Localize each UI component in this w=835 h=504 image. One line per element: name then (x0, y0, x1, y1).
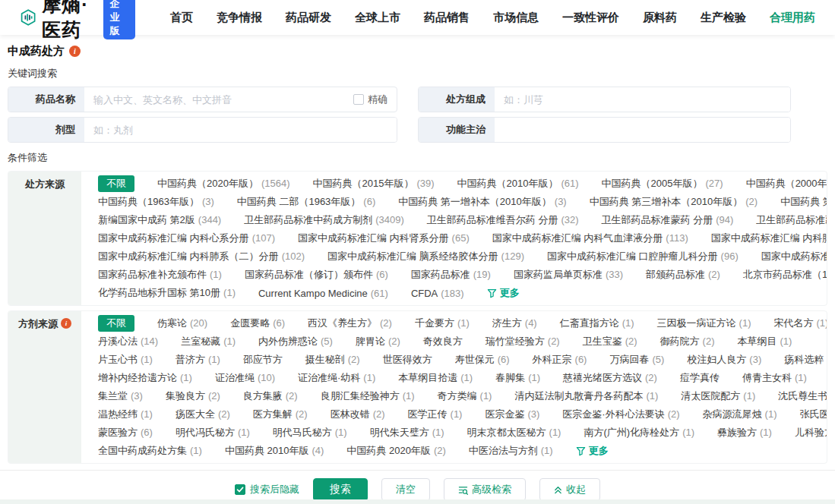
filter-tag[interactable]: 奇方类编(1) (438, 389, 492, 403)
app-logo[interactable]: 摩熵·医药 企业版 (20, 0, 135, 43)
search-button[interactable]: 搜索 (313, 478, 368, 501)
collapse-button[interactable]: 收起 (539, 478, 600, 501)
filter-tag[interactable]: 清内廷法制丸散膏丹各药配本(1) (514, 389, 658, 403)
filter-tag[interactable]: 本草纲目拾遗(1) (398, 371, 473, 385)
filter-tag[interactable]: 明末京都太医秘方(1) (467, 426, 561, 439)
filter-tag[interactable]: 良方集腋(2) (243, 389, 298, 403)
filter-tag[interactable]: 外科正宗(6) (533, 353, 587, 367)
filter-tag[interactable]: 卫生部药品标准维吾尔药 分册(32) (427, 213, 579, 227)
filter-tag[interactable]: 卫生部药品标准中药成方制剂(3409) (244, 213, 404, 227)
filter-tag[interactable]: 摄生秘剖(2) (305, 353, 360, 367)
filter-tag[interactable]: 本草纲目(1) (737, 335, 792, 348)
filter-tag[interactable]: 中国药典 二部（1963年版）(6) (237, 195, 375, 209)
filter-tag[interactable]: 国家中成药标准汇编 内科肺系（二）分册(102) (98, 250, 305, 263)
filter-tag[interactable]: 伤寒论(20) (157, 317, 207, 330)
nav-item-7[interactable]: 一致性评价 (562, 11, 619, 25)
filter-tag[interactable]: 国家药品标准（修订）颁布件(6) (245, 268, 388, 282)
filter-tag[interactable]: Current Kampo Medicine(61) (258, 288, 388, 299)
filter-tag[interactable]: 国家中成药标准汇编 内科气血津液分册(113) (492, 232, 688, 245)
filter-tag[interactable]: 三因极一病证方论(1) (657, 317, 751, 330)
nav-item-9[interactable]: 生产检验 (701, 11, 746, 25)
filter-tag[interactable]: 证治准绳(10) (215, 371, 275, 385)
filter-tag[interactable]: 国家中成药标准汇编 内科心系分册(107) (98, 232, 275, 245)
filter-tag[interactable]: 医宗金鉴·外科心法要诀(2) (562, 408, 679, 421)
filter-tag[interactable]: 集兰堂(3) (98, 389, 143, 403)
filter-tag[interactable]: 彝族验方(1) (717, 426, 772, 439)
filter-tag[interactable]: 万病回春(5) (609, 353, 664, 367)
filter-tag[interactable]: 中国药典（2015年版）(39) (313, 177, 435, 191)
nav-item-10[interactable]: 合理用药 (770, 11, 815, 25)
filter-tag[interactable]: 疡医大全(2) (176, 408, 230, 421)
nav-item-1[interactable]: 首页 (170, 11, 193, 25)
filter-tag[interactable]: 中国药典（2010年版）(61) (457, 177, 579, 191)
filter-tag[interactable]: 中医治法与方剂(1) (469, 444, 553, 458)
filter-tag[interactable]: 南方(广州)化痔栓处方(1) (584, 426, 694, 439)
filter-tag[interactable]: 新编国家中成药 第2版(344) (98, 213, 221, 227)
filter-tag[interactable]: 温热经纬(1) (98, 408, 153, 421)
filter-tag[interactable]: 慈禧光绪医方选议(2) (563, 371, 657, 385)
filter-tag[interactable]: 济生方(4) (492, 317, 537, 330)
filter-tag[interactable]: 仁斋直指方论(1) (560, 317, 634, 330)
nav-item-6[interactable]: 市场信息 (493, 11, 539, 25)
filter-tag[interactable]: 金匮要略(6) (230, 317, 285, 330)
filter-tag[interactable]: 中国药典 第一增补本（2010年版）(3) (398, 195, 566, 209)
filter-tag[interactable]: 中国药典（2005年版）(27) (602, 177, 723, 191)
nav-item-5[interactable]: 药品销售 (424, 11, 470, 25)
filter-tag[interactable]: 兰室秘藏(1) (181, 335, 236, 348)
exact-match-checkbox[interactable]: 精确 (353, 87, 397, 112)
filter-tag[interactable]: 痘学真传 (680, 371, 720, 385)
filter-tag[interactable]: 中国药典 2010年版(4) (225, 444, 324, 458)
filter-tag-unlimited[interactable]: 不限 (98, 175, 134, 192)
filter-tag[interactable]: 中国药典（2000年版）(7) (746, 177, 827, 191)
filter-tag-unlimited[interactable]: 不限 (98, 315, 134, 332)
filter-tag[interactable]: 化学药品地标升国标 第10册(1) (98, 286, 236, 300)
filter-tag[interactable]: 国家药监局单页标准(33) (514, 268, 623, 282)
filter-tag[interactable]: 医宗金鉴(3) (485, 408, 539, 421)
filter-tag[interactable]: 御药院方(2) (660, 335, 715, 348)
filter-tag[interactable]: 内外伤辨惑论(5) (258, 335, 333, 348)
filter-tag[interactable]: 国家药品标准(19) (411, 268, 491, 282)
nav-item-8[interactable]: 原料药 (643, 11, 677, 25)
filter-tag[interactable]: 沈氏尊生书(1) (778, 389, 827, 403)
filter-tag[interactable]: 证治准绳·幼科(1) (298, 371, 375, 385)
filter-tag[interactable]: 国家药品标准补充颁布件(1) (98, 268, 222, 282)
filter-tag[interactable]: 杂病源流犀烛(1) (703, 408, 777, 421)
filter-tag[interactable]: 疡科选粹(3) (784, 353, 827, 367)
nav-item-4[interactable]: 全球上市 (355, 11, 400, 25)
filter-tag[interactable]: 蒙医验方(6) (98, 426, 153, 439)
filter-tag[interactable]: 良朋汇集经验神方(1) (321, 389, 415, 403)
filter-tag[interactable]: 明代朱天璧方(1) (370, 426, 444, 439)
nav-item-2[interactable]: 竞争情报 (217, 11, 262, 25)
filter-tag[interactable]: 丹溪心法(14) (98, 335, 158, 348)
filter-tag[interactable]: 卫生部药品标准藏药 第一册 (756, 213, 827, 227)
filter-tag[interactable]: 卫生部药品标准蒙药 分册(94) (602, 213, 734, 227)
filter-tag[interactable]: 中国药典 第三增补本（2010年版）(2) (590, 195, 758, 209)
indications-input[interactable] (495, 118, 790, 142)
filter-tag[interactable]: 明代马氏秘方(1) (273, 426, 347, 439)
prescription-composition-input[interactable] (495, 87, 790, 112)
advanced-search-button[interactable]: 高级检索 (444, 478, 526, 501)
filter-tag[interactable]: 卫生宝鉴(2) (583, 335, 637, 348)
filter-tag[interactable]: 国家中成药标准汇编 口腔肿瘤儿科分册(96) (547, 250, 739, 263)
filter-tag[interactable]: 部颁药品标准(2) (646, 268, 720, 282)
filter-tag[interactable]: 明代冯氏秘方(1) (176, 426, 250, 439)
filter-tag[interactable]: 世医得效方 (383, 353, 432, 367)
filter-tag[interactable]: 国家中成药标准汇编 (761, 250, 827, 263)
info-icon[interactable]: i (69, 46, 81, 57)
filter-tag[interactable]: 瑞竹堂经验方(2) (486, 335, 560, 348)
filter-tag[interactable]: 医学正传(1) (408, 408, 463, 421)
more-link[interactable]: 更多 (576, 444, 609, 458)
filter-tag[interactable]: 中国药典 2020年版(2) (346, 444, 445, 458)
info-icon[interactable]: i (61, 318, 71, 329)
filter-tag[interactable]: 傅青主女科(1) (742, 371, 807, 385)
filter-tag[interactable]: 普济方(1) (176, 353, 220, 367)
filter-tag[interactable]: 清太医院配方(1) (681, 389, 755, 403)
filter-tag[interactable]: 中国药典 第二增补本 (780, 195, 827, 209)
filter-tag[interactable]: 全国中药成药处方集(1) (98, 444, 202, 458)
filter-tag[interactable]: 医林改错(2) (331, 408, 385, 421)
filter-tag[interactable]: CFDA(183) (411, 288, 464, 299)
filter-tag[interactable]: 中国药典（2020年版）(1564) (157, 177, 290, 191)
filter-tag[interactable]: 脾胃论(2) (356, 335, 400, 348)
filter-tag[interactable]: 中国药典（1963年版）(3) (98, 195, 214, 209)
filter-tag[interactable]: 儿科验方(1) (795, 426, 827, 439)
